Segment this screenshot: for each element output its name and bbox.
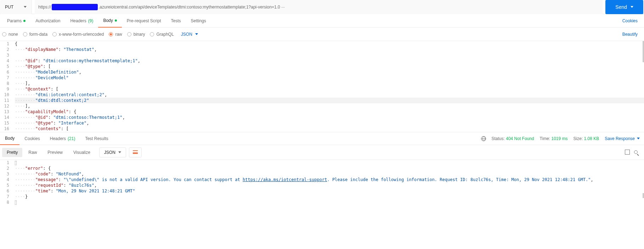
beautify-link[interactable]: Beautify	[622, 32, 642, 37]
wrap-icon	[133, 150, 138, 154]
tab-label: Authorization	[35, 18, 60, 23]
tab-prerequest[interactable]: Pre-request Script	[122, 14, 166, 28]
tab-headers[interactable]: Headers(9)	[65, 14, 98, 28]
rtab-tests[interactable]: Test Results	[80, 132, 113, 145]
response-body-editor[interactable]: 12345678 ····"error": { ········"code": …	[0, 160, 644, 209]
chevron-down-icon	[631, 6, 633, 8]
radio-icon	[52, 32, 57, 36]
dot-icon	[115, 19, 117, 22]
status-value: 404 Not Found	[506, 136, 534, 141]
tab-body[interactable]: Body	[98, 14, 122, 28]
globe-icon[interactable]	[481, 136, 486, 141]
request-tabs: Params Authorization Headers(9) Body Pre…	[0, 14, 644, 28]
line-gutter: 12345678	[0, 160, 13, 205]
tab-label: Params	[7, 18, 22, 23]
wrap-lines-button[interactable]	[129, 147, 142, 157]
status-group: Status: 404 Not Found Time: 1019 ms Size…	[481, 136, 644, 141]
chevron-down-icon	[637, 138, 640, 139]
view-visualize[interactable]: Visualize	[69, 148, 95, 157]
radio-label: form-data	[29, 32, 47, 37]
radio-icon	[2, 32, 6, 36]
response-format-select[interactable]: JSON	[99, 147, 126, 157]
radio-formdata[interactable]: form-data	[23, 32, 47, 37]
search-icon[interactable]	[634, 150, 638, 154]
view-pretty[interactable]: Pretty	[2, 148, 22, 157]
save-label: Save Response	[605, 136, 635, 141]
radio-binary[interactable]: binary	[127, 32, 145, 37]
tab-label: Pre-request Script	[127, 18, 161, 23]
radio-label: binary	[134, 32, 145, 37]
code-text: "Interface"	[58, 121, 86, 126]
support-link[interactable]: https://aka.ms/iotcentral-support	[243, 177, 327, 182]
request-body-editor[interactable]: 12345678910111213141516 { ····"displayNa…	[0, 41, 644, 132]
tab-tests[interactable]: Tests	[166, 14, 186, 28]
size-field: Size: 1.08 KB	[574, 136, 599, 141]
tab-authorization[interactable]: Authorization	[30, 14, 65, 28]
rtab-cookies[interactable]: Cookies	[19, 132, 45, 145]
tab-label: Body	[5, 136, 15, 141]
tab-label: Test Results	[85, 136, 108, 141]
radio-icon	[127, 32, 131, 36]
radio-graphql[interactable]: GraphQL	[150, 32, 174, 37]
code-text: "@context"	[25, 87, 51, 92]
line-gutter: 12345678910111213141516	[0, 41, 13, 132]
time-label: Time:	[540, 136, 550, 141]
chevron-down-icon	[24, 6, 27, 8]
headers-count: (9)	[88, 18, 94, 23]
send-button[interactable]: Send	[605, 0, 643, 14]
format-label: JSON	[104, 150, 115, 155]
code-text: "dtmi:dtdl:context;2"	[35, 98, 89, 103]
code-text: "@type"	[25, 64, 43, 69]
code-text: "DeviceModel"	[35, 75, 69, 80]
radio-label: raw	[115, 32, 122, 37]
radio-icon	[23, 32, 27, 36]
size-label: Size:	[574, 136, 583, 141]
code-text: "contents"	[35, 126, 61, 131]
tab-settings[interactable]: Settings	[186, 14, 211, 28]
cursor-icon	[15, 161, 17, 165]
url-input[interactable]: https:// .azureiotcentral.com/api/device…	[35, 0, 603, 14]
code-text: "code"	[35, 172, 51, 176]
code-text: "dtmi:iotcentral:context;2"	[35, 92, 104, 97]
code-text: "8uzlc76s"	[69, 183, 94, 188]
tab-label: Headers	[70, 18, 86, 23]
rtab-headers[interactable]: Headers(21)	[45, 132, 80, 145]
send-label: Send	[615, 4, 627, 10]
body-format-select[interactable]: JSON	[179, 32, 198, 37]
code-text: "time"	[35, 189, 51, 193]
http-method-select[interactable]: PUT	[0, 0, 32, 14]
code-content: { ····"displayName": "Thermostat", ····"…	[15, 41, 644, 132]
url-suffix: .azureiotcentral.com/api/deviceTemplates…	[98, 5, 285, 10]
response-view-row: Pretty Raw Preview Visualize JSON	[0, 145, 644, 160]
view-raw[interactable]: Raw	[24, 148, 41, 157]
code-text: . Please include the following informati…	[327, 177, 591, 182]
status-label: Status:	[492, 136, 505, 141]
tab-label: Cookies	[24, 136, 40, 141]
code-text: "ModelDefinition"	[35, 70, 79, 75]
code-text: "\"undefined\" is not a valid API versio…	[63, 177, 243, 182]
radio-urlencoded[interactable]: x-www-form-urlencoded	[52, 32, 104, 37]
chevron-down-icon	[195, 33, 198, 35]
cursor-icon	[15, 201, 17, 205]
radio-raw[interactable]: raw	[109, 32, 122, 37]
code-text: {	[15, 41, 17, 46]
save-response-button[interactable]: Save Response	[605, 136, 640, 141]
copy-icon[interactable]	[626, 150, 630, 155]
code-text: "dtmi:contoso:Thermostat;1"	[53, 115, 122, 120]
body-type-row: none form-data x-www-form-urlencoded raw…	[0, 28, 644, 41]
code-text: "@id"	[25, 58, 38, 63]
size-value: 1.08 KB	[584, 136, 599, 141]
code-text: "NotFound"	[56, 172, 81, 176]
code-content: ····"error": { ········"code": "NotFound…	[15, 160, 644, 205]
code-text: "Mon, 29 Nov 2021 12:48:21 GMT"	[56, 189, 135, 193]
format-label: JSON	[181, 32, 192, 37]
headers-count: (21)	[68, 136, 75, 141]
code-text: "dtmi:contoso:mythermostattemplate;1"	[43, 58, 137, 63]
view-preview[interactable]: Preview	[43, 148, 67, 157]
status-field: Status: 404 Not Found	[492, 136, 534, 141]
cookies-link[interactable]: Cookies	[622, 18, 642, 23]
request-bar: PUT https:// .azureiotcentral.com/api/de…	[0, 0, 644, 14]
rtab-body[interactable]: Body	[0, 132, 19, 145]
radio-none[interactable]: none	[2, 32, 18, 37]
tab-params[interactable]: Params	[2, 14, 30, 28]
